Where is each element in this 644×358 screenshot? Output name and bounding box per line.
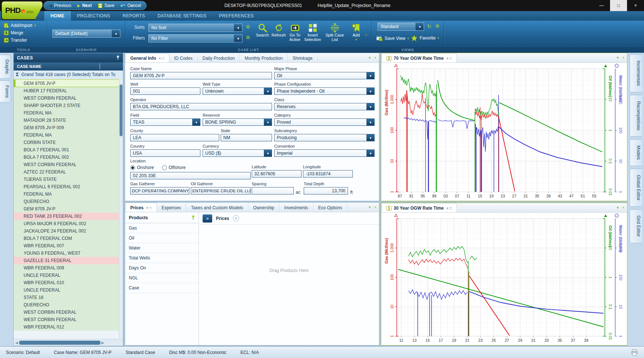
chart-70yr-plot[interactable]: 1,000100101Gas (Mcf/mo)1010.10.01Oil (bb… bbox=[381, 63, 627, 201]
tab-shrinkage[interactable]: Shrinkage bbox=[288, 54, 318, 62]
refresh-button[interactable]: Refresh bbox=[270, 22, 287, 37]
product-item-oil[interactable]: Oil bbox=[125, 233, 199, 243]
sorts-dropdown[interactable]: No Sort ▾ bbox=[148, 24, 242, 32]
case-row[interactable]: GAZELLE 31 FEDERAL bbox=[14, 257, 119, 264]
scenario-dropdown[interactable]: Default (Default) ▾ bbox=[52, 30, 120, 38]
case-row[interactable]: BOLA 7 FEDERAL 001 bbox=[14, 146, 119, 154]
search-button[interactable]: Search bbox=[254, 22, 271, 37]
case-row[interactable]: PEARSALL 6 FEDERAL 002 bbox=[14, 183, 119, 190]
case-row[interactable]: MATADOR 28 STATE bbox=[14, 117, 119, 124]
chevron-down-icon[interactable]: ▾ bbox=[264, 88, 272, 94]
panel-close-icon[interactable]: × bbox=[622, 55, 624, 60]
tab-eco-options[interactable]: Eco Options bbox=[313, 203, 347, 212]
scroll-right-icon[interactable]: › bbox=[365, 32, 367, 37]
tab-general-info[interactable]: General Info× □ bbox=[125, 53, 169, 62]
pin-icon[interactable] bbox=[116, 55, 120, 60]
view-gear-icon[interactable]: ⚙ bbox=[435, 24, 440, 28]
left-tab-forms[interactable]: Forms bbox=[0, 80, 11, 103]
print-button[interactable] bbox=[631, 349, 638, 356]
case-row[interactable]: SHARP SHOOTER 2 STATE bbox=[14, 102, 119, 109]
case-row[interactable]: WBR FEDERAL 010 bbox=[14, 279, 119, 286]
refresh-view-icon[interactable]: ↻ bbox=[427, 24, 431, 29]
right-tab-recompletions[interactable]: Recompletions bbox=[630, 95, 642, 137]
tab-ownership[interactable]: Ownership bbox=[248, 203, 279, 212]
tab-investments[interactable]: Investments bbox=[279, 203, 313, 212]
location-input[interactable]: 02 20S 33E bbox=[130, 172, 251, 179]
right-tab-incrementals[interactable]: Incrementals bbox=[630, 54, 642, 92]
chevron-down-icon[interactable]: ▾ bbox=[366, 88, 374, 94]
chart-tab-30-year-ogw-rate-time[interactable]: 130 Year OGW Rate Time× □ bbox=[381, 203, 457, 212]
filters-dropdown[interactable]: No Filter ▾ bbox=[148, 34, 242, 42]
tab-close-maximize-icons[interactable]: × □ bbox=[446, 206, 452, 210]
case-row[interactable]: YOUNG 8 FEDERAL, WEST bbox=[14, 249, 119, 257]
panel-menu-icon[interactable]: ▾ bbox=[617, 55, 619, 60]
product-item-ngl[interactable]: NGL bbox=[125, 273, 199, 283]
ribbon-tab-reports[interactable]: REPORTS bbox=[116, 11, 151, 21]
case-row[interactable]: BOLA 7 FEDERAL 002 bbox=[14, 154, 119, 161]
case-row[interactable]: FEDERAL MA bbox=[14, 109, 119, 117]
chart-30yr-plot[interactable]: 1,000100101Gas (Mcf/mo)1010.10.01Oil (bb… bbox=[381, 213, 627, 345]
case-row[interactable]: HUBER 17 FEDERAL bbox=[14, 87, 119, 94]
case-row[interactable]: QUERECHO bbox=[14, 301, 119, 309]
ribbon-tab-home[interactable]: HOME bbox=[44, 11, 71, 21]
case-row[interactable]: BOLA 7 FEDERAL COM bbox=[14, 235, 119, 242]
customize-quickbar-icon[interactable]: ▾— bbox=[130, 4, 133, 11]
case-row[interactable]: WEST CORBIN FEDERAL bbox=[14, 309, 119, 316]
ribbon-tab-projections[interactable]: PROJECTIONS bbox=[71, 11, 117, 21]
product-item-case[interactable]: Case bbox=[125, 283, 199, 293]
filters-gear-icon[interactable]: ⚙ bbox=[246, 35, 250, 40]
case-row[interactable]: WBR FEDERAL 009 bbox=[14, 264, 119, 272]
scrollbar-thumb[interactable] bbox=[120, 85, 123, 136]
case-row[interactable]: GEM 8705 JV-P bbox=[14, 205, 119, 213]
chevron-down-icon[interactable]: ▾ bbox=[366, 72, 374, 79]
add-import-button[interactable]: Add/Import▾ bbox=[2, 22, 45, 29]
case-row[interactable]: FEDERAL MA bbox=[14, 190, 119, 198]
left-tab-graphs[interactable]: Graphs bbox=[0, 55, 11, 79]
view-dropdown[interactable]: Standard ▾ bbox=[378, 23, 424, 31]
right-tab-models[interactable]: Models bbox=[630, 139, 642, 166]
tab-monthly-production[interactable]: Monthly Production bbox=[240, 54, 288, 62]
go-to-active-button[interactable]: Go ToActive bbox=[286, 22, 303, 42]
case-row[interactable]: WEST CORBIN FEDERAL bbox=[14, 161, 119, 168]
sorts-gear-icon[interactable]: ⚙ bbox=[246, 24, 250, 29]
case-row[interactable]: UNCLE FEDERAL bbox=[14, 272, 119, 279]
save-view-button[interactable]: Save View▾ bbox=[375, 35, 410, 42]
case-row[interactable]: URSA MAJOR 8 FEDERAL 002 bbox=[14, 220, 119, 227]
scrollbar-thumb[interactable] bbox=[19, 341, 100, 345]
case-row[interactable]: WEST CORBIN FEDERAL bbox=[14, 316, 119, 323]
add-button[interactable]: Add▾ bbox=[348, 22, 365, 42]
panel-close-icon[interactable]: × bbox=[374, 55, 376, 60]
transfer-button[interactable]: Transfer bbox=[2, 37, 45, 44]
right-tab-grid-editor[interactable]: Grid Editor bbox=[630, 209, 642, 243]
right-tab-global-editor[interactable]: Global Editor bbox=[630, 169, 642, 207]
tab-expenses[interactable]: Expenses bbox=[157, 203, 186, 212]
panel-close-icon[interactable]: × bbox=[622, 205, 624, 210]
invert-selection-button[interactable]: InvertSelection bbox=[304, 22, 321, 42]
tab-daily-production[interactable]: Daily Production bbox=[198, 54, 240, 62]
product-item-total-wells[interactable]: Total Wells bbox=[125, 253, 199, 263]
case-row[interactable]: FEDERAL MA bbox=[14, 131, 119, 139]
case-row[interactable]: GEM 8705 JV-P 009 bbox=[14, 124, 119, 131]
offshore-radio[interactable]: Offshore bbox=[162, 165, 186, 170]
scroll-right-icon[interactable]: ▶ bbox=[101, 341, 104, 345]
panel-close-icon[interactable]: × bbox=[374, 205, 376, 210]
chevron-down-icon[interactable]: ▾ bbox=[366, 103, 374, 110]
case-row[interactable]: RED TANK 23 FEDERAL 002 bbox=[14, 213, 119, 220]
case-row[interactable]: GEM 8705 JV-P bbox=[14, 79, 119, 87]
case-row[interactable]: QUERECHO bbox=[14, 198, 119, 205]
chevron-down-icon[interactable]: ▾ bbox=[264, 119, 272, 125]
case-row[interactable]: STATE 16 bbox=[14, 294, 119, 301]
tab-prices[interactable]: Prices× □ bbox=[125, 203, 157, 212]
tab-taxes-and-custom-models[interactable]: Taxes and Custom Models bbox=[186, 203, 248, 212]
ribbon-tab-preferences[interactable]: PREFERENCES bbox=[213, 11, 260, 21]
cases-vertical-scrollbar[interactable] bbox=[119, 79, 123, 338]
previous-button[interactable]: ◀Previous bbox=[49, 3, 71, 8]
product-item-gas[interactable]: Gas bbox=[125, 223, 199, 233]
pin-icon[interactable] bbox=[192, 215, 195, 220]
expand-button[interactable]: » bbox=[203, 214, 212, 223]
panel-menu-icon[interactable]: ▾ bbox=[617, 205, 619, 210]
remove-chip-button[interactable]: ✕ bbox=[233, 215, 239, 221]
chevron-down-icon[interactable]: ▾ bbox=[112, 30, 120, 37]
chevron-down-icon[interactable]: ▾ bbox=[234, 24, 242, 31]
case-row[interactable]: JACKALOPE 24 FEDERAL 002 bbox=[14, 227, 119, 235]
